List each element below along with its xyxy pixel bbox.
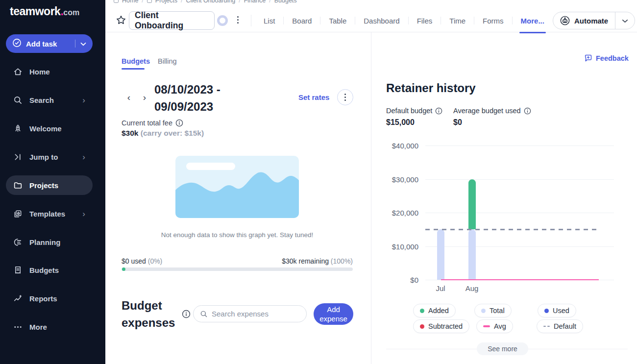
teamwork-logo: teamwork.com [10,5,79,18]
used-swatch [544,309,549,313]
sidebar-item-templates[interactable]: Templates › [6,204,93,223]
project-title: Client Onboarding [135,10,209,31]
line-avg [441,279,599,280]
set-rates-link[interactable]: Set rates [298,93,329,101]
progress-used-indicator [122,267,125,271]
folder-icon [13,181,23,190]
tab-table[interactable]: Table [320,12,355,29]
feedback-comment-plus-icon [584,54,592,62]
automate-button[interactable]: Automate [553,12,635,29]
sidebar-item-welcome[interactable]: Welcome [6,119,93,138]
info-icon[interactable] [524,107,531,115]
home-small-icon [114,0,119,3]
sidebar-item-jump-to[interactable]: Jump to › [6,147,93,167]
chevron-down-icon[interactable] [80,39,86,48]
legend-total[interactable]: Total [474,304,512,317]
divider [251,15,251,26]
default-budget-value: $15,000 [386,118,415,127]
default-budget-label: Default budget [386,107,442,115]
project-health-ring[interactable] [217,15,228,26]
next-period-button[interactable]: › [139,92,150,103]
search-expenses-box [193,305,307,322]
sidebar-item-reports[interactable]: Reports [6,289,93,308]
breadcrumb-project[interactable]: Client Onboarding [186,0,235,4]
sidebar-item-budgets[interactable]: Budgets [6,260,93,280]
added-swatch [420,309,424,313]
budget-options-kebab[interactable] [337,89,353,105]
sidebar-item-more[interactable]: More [6,317,93,337]
y-axis-tick: $0 [386,276,418,284]
projects-small-icon [147,0,152,3]
project-title-input[interactable]: Client Onboarding [129,11,215,30]
placeholder-title-bar [186,163,235,170]
sidebar-item-projects[interactable]: Projects [6,175,93,195]
chevron-right-icon: › [82,96,85,104]
sidebar-item-search[interactable]: Search › [6,90,93,110]
add-task-label: Add task [26,40,57,48]
search-icon [200,310,208,318]
current-total-fee-value: $30k (carry over: $15k) [122,129,204,138]
legend-avg[interactable]: Avg [476,319,513,333]
templates-icon [13,209,23,218]
bar-added-aug[interactable] [468,179,476,230]
tab-more[interactable]: More... [513,12,553,29]
current-total-fee-label: Current total fee [122,119,183,127]
tab-forms[interactable]: Forms [474,12,512,29]
breadcrumb-finance[interactable]: Finance [244,0,266,4]
y-axis-tick: $20,000 [386,209,418,217]
tab-files[interactable]: Files [409,12,441,29]
legend-added[interactable]: Added [413,304,456,317]
check-circle-icon [12,38,22,49]
budget-used-label: $0 used (0%) [122,257,162,265]
tab-board[interactable]: Board [284,12,320,29]
see-more-button[interactable]: See more [477,342,528,355]
info-icon[interactable] [182,310,191,320]
tab-list[interactable]: List [255,12,283,29]
tab-dashboard[interactable]: Dashboard [355,12,408,29]
breadcrumb-projects[interactable]: Projects [155,0,177,4]
empty-graph-placeholder [175,156,299,218]
chevron-down-icon[interactable] [615,16,635,25]
home-icon [13,67,23,76]
sidebar-item-home[interactable]: Home [6,62,93,81]
rocket-icon [13,124,23,133]
info-icon[interactable] [175,119,183,127]
avg-budget-value: $0 [453,118,462,127]
feedback-link[interactable]: Feedback [584,54,629,62]
bar-total-jul[interactable] [437,229,444,280]
info-icon[interactable] [435,107,442,115]
tab-time[interactable]: Time [441,12,474,29]
retainer-history-title: Retainer history [386,81,476,95]
legend-default[interactable]: Default [537,319,583,333]
star-favorite-icon[interactable] [116,15,126,27]
bar-total-aug[interactable] [468,229,476,280]
tab-budgets[interactable]: Budgets [122,57,150,65]
avg-budget-label: Average budget used [453,107,531,115]
add-task-button[interactable]: Add task [6,34,93,53]
budget-expenses-title: Budget expenses [122,297,188,331]
legend-subtracted[interactable]: Subtracted [413,319,469,333]
active-tab-underline [122,68,145,70]
breadcrumb-home[interactable]: Home [122,0,138,4]
budget-progress-bar [122,267,353,271]
x-axis-label: Jul [436,284,445,292]
project-options-kebab[interactable] [237,16,239,24]
breadcrumb-budgets[interactable]: Budgets [274,0,297,4]
x-axis-label: Aug [466,284,479,292]
receipt-icon [13,266,23,275]
report-chart-icon [13,294,23,303]
tab-billing[interactable]: Billing [158,57,177,65]
ellipsis-icon [13,322,23,332]
empty-graph-message: Not enough data to show this graph yet. … [122,231,353,239]
add-expense-button[interactable]: Add expense [314,303,353,325]
search-expenses-input[interactable] [212,310,290,318]
prev-period-button[interactable]: ‹ [123,92,134,103]
total-swatch [481,309,486,313]
sidebar-item-planning[interactable]: Planning [6,232,93,252]
y-axis-tick: $30,000 [386,175,418,183]
y-axis-tick: $40,000 [386,142,418,150]
y-axis-tick: $10,000 [386,242,418,250]
legend-used[interactable]: Used [538,304,576,317]
retainer-history-chart: $40,000$30,000$20,000$10,000$0JulAug [386,140,628,294]
project-tabs: List Board Table Dashboard Files Time Fo… [255,12,553,29]
